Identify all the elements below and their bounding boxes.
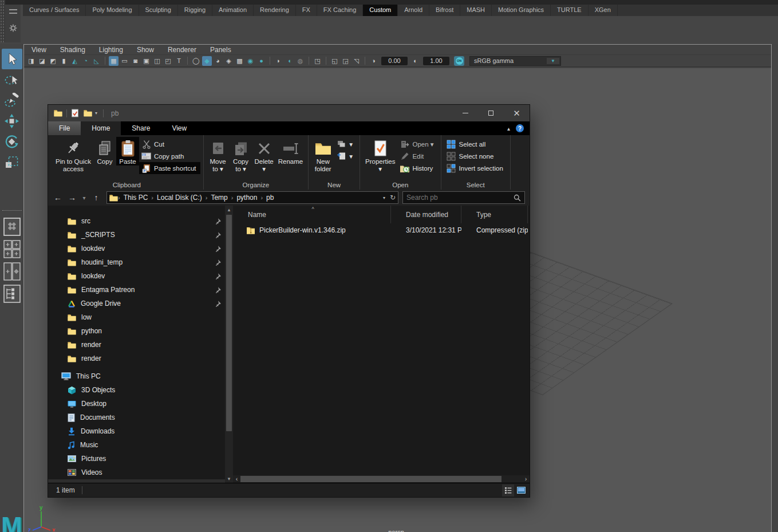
layout-single-pane[interactable] [3,216,21,237]
shelf-tab-curves-surfaces[interactable]: Curves / Surfaces [23,5,86,16]
qat-customize-icon[interactable]: ▾ [95,111,97,116]
isolate-select-icon[interactable]: ◳ [313,56,322,66]
column-header-date-modified[interactable]: Date modified [391,206,461,223]
sidebar-item-documents[interactable]: Documents [48,411,225,424]
pane-swap-icon[interactable]: ◲ [341,56,350,66]
shelf-tab-sculpting[interactable]: Sculpting [139,5,178,16]
safe-title-icon[interactable]: T [174,56,184,66]
address-bar[interactable]: ›This PC›Local Disk (C:)›Temp›python›pb … [106,191,398,204]
help-icon[interactable]: ? [516,124,524,132]
up-button[interactable]: ↑ [90,193,102,202]
ribbon-tab-view[interactable]: View [161,121,198,135]
explorer-titlebar[interactable]: ▾ pb ✕ [48,105,530,121]
pane-layout-icon[interactable]: ◱ [330,56,339,66]
sidebar-item-downloads[interactable]: Downloads [48,424,225,438]
gate-mask-icon[interactable]: ▣ [141,56,151,66]
select-none-button[interactable]: Select none [444,150,507,162]
contrast-icon[interactable]: ◐ [410,56,420,66]
viewport-menu-show[interactable]: Show [137,46,154,54]
shelf-tab-fx[interactable]: FX [296,5,317,16]
sidebar-item-lookdev[interactable]: lookdev [48,269,225,283]
field-chart-icon[interactable]: ◫ [152,56,162,66]
column-header-name[interactable]: Name^ [233,206,391,223]
ambient-occlusion-icon[interactable]: ◖ [285,56,294,66]
paint-select-tool[interactable] [2,90,22,111]
resolution-gate-icon[interactable]: ◙ [131,56,140,66]
shelf-tab-rendering[interactable]: Rendering [254,5,296,16]
use-all-lights-icon[interactable]: ◉ [246,56,255,66]
shaded-mode-icon[interactable]: ◆ [202,56,212,66]
forward-button[interactable]: → [66,193,78,202]
exposure-icon[interactable]: ◑ [369,56,378,66]
breadcrumb-local-disk-c[interactable]: Local Disk (C:) [153,194,206,202]
recent-locations-icon[interactable]: ▾ [80,195,88,201]
grease-pencil-icon[interactable]: ◺ [92,56,101,66]
image-plane-icon[interactable]: ◭ [70,56,80,66]
shelf-tab-animation[interactable]: Animation [212,5,254,16]
snapshot-camera-icon[interactable]: ◨ [26,56,36,66]
textured-mode-icon[interactable]: ◈ [224,56,234,66]
rotate-tool[interactable] [2,131,22,152]
sidebar-item-music[interactable]: Music [48,438,225,452]
details-view-button[interactable] [502,484,514,496]
maximize-button[interactable] [478,105,504,121]
camera-attributes-icon[interactable]: ◩ [48,56,58,66]
color-management-toggle[interactable]: ON [454,56,464,66]
properties-button[interactable]: Properties ▾ [363,137,397,173]
minimize-button[interactable] [452,105,478,121]
viewport-menu-shading[interactable]: Shading [60,46,85,54]
pin-to-quick-access-button[interactable]: Pin to Quick access [53,137,93,173]
sidebar-item-scripts[interactable]: _SCRIPTS [48,228,225,242]
new-item-icon-button[interactable]: ▾ [334,150,357,162]
camera-lock-icon[interactable]: ◪ [37,56,47,66]
shelf-tab-poly-modeling[interactable]: Poly Modeling [86,5,139,16]
edit-button[interactable]: Edit [397,150,437,162]
shadows-icon[interactable]: ◗ [274,56,283,66]
sidebar-item-low[interactable]: low [48,310,225,324]
shelf-tab-custom[interactable]: Custom [363,5,398,16]
exposure-value-field[interactable]: 0.00 [381,57,408,65]
scale-tool[interactable] [2,152,22,172]
layout-two-pane[interactable] [3,261,21,281]
contrast-value-field[interactable]: 1.00 [423,57,449,65]
sidebar-item-google-drive[interactable]: Google Drive [48,297,225,310]
lasso-tool[interactable] [2,69,22,90]
shelf-tab-mash[interactable]: MASH [460,5,492,16]
sidebar-item-this-pc[interactable]: This PC [48,369,225,383]
sidebar-item-local-disk-c[interactable]: Local Disk (C:) [48,479,225,483]
refresh-icon[interactable]: ↻ [390,194,396,202]
select-tool[interactable] [2,49,22,69]
breadcrumb-temp[interactable]: Temp [207,194,231,202]
invert-selection-button[interactable]: Invert selection [444,162,507,174]
delete-button[interactable]: Delete ▾ [252,137,276,173]
layout-outliner[interactable] [3,283,21,304]
copy-to-button[interactable]: Copy to ▾ [230,137,252,173]
viewport-menu-renderer[interactable]: Renderer [168,46,196,54]
address-dropdown-icon[interactable]: ▾ [383,195,385,200]
select-all-button[interactable]: Select all [444,138,507,150]
ribbon-tab-home[interactable]: Home [81,121,121,135]
sidebar-scrollbar[interactable]: ▴ ▾ [225,206,233,483]
layout-four-pane[interactable] [3,239,21,259]
scroll-down-icon[interactable]: ▾ [228,475,231,483]
move-to-button[interactable]: Move to ▾ [207,137,230,173]
hscrollbar-thumb[interactable] [240,476,501,482]
sidebar-item-entagma-patreon[interactable]: Entagma Patreon [48,283,225,297]
sidebar-item-videos[interactable]: Videos [48,466,225,479]
viewport-menu-lighting[interactable]: Lighting [99,46,123,54]
shelf-tab-xgen[interactable]: XGen [589,5,618,16]
cut-button[interactable]: Cut [139,138,200,150]
sidebar-item-3d-objects[interactable]: 3D Objects [48,383,225,397]
breadcrumb-this-pc[interactable]: This PC [120,194,152,202]
shelf-menu-icon[interactable] [9,9,17,14]
paste-shortcut-button[interactable]: Paste shortcut [139,162,200,174]
shelf-tab-turtle[interactable]: TURTLE [551,5,589,16]
breadcrumb-pb[interactable]: pb [263,194,277,202]
ribbon-tab-file[interactable]: File [48,121,81,135]
shelf-tab-rigging[interactable]: Rigging [178,5,212,16]
easy-access-icon-button[interactable]: ▾ [334,138,357,150]
paste-button[interactable]: Paste [116,137,139,165]
new-folder-button[interactable]: New folder [311,137,334,173]
bookmark-icon[interactable]: ▮ [59,56,69,66]
sidebar-item-render[interactable]: render [48,338,225,352]
